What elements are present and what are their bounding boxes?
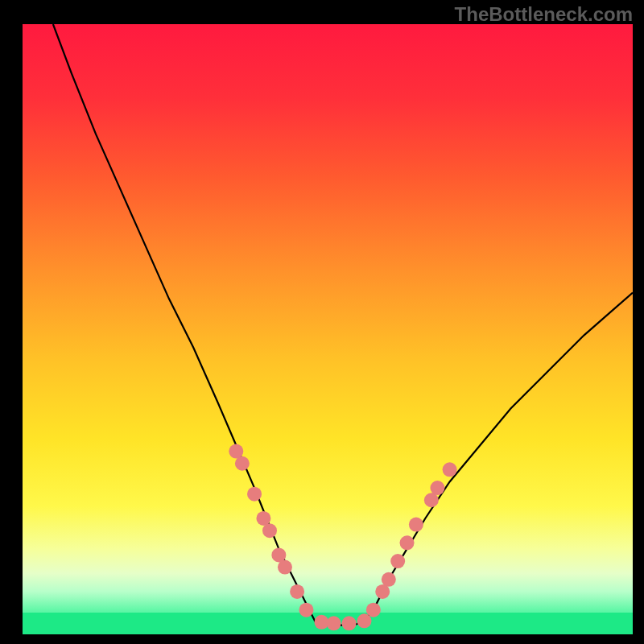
chart-stage: TheBottleneck.com (0, 0, 644, 644)
data-marker (247, 487, 262, 502)
data-marker (430, 481, 444, 495)
data-marker (290, 584, 304, 599)
marker-group (229, 444, 456, 631)
data-marker (390, 554, 405, 568)
data-marker (400, 535, 415, 550)
data-marker (382, 572, 396, 587)
plot-area (23, 24, 633, 634)
data-marker (278, 560, 292, 575)
data-marker (299, 603, 313, 617)
data-marker (327, 616, 341, 630)
data-marker (342, 616, 357, 630)
data-marker (366, 603, 381, 617)
data-marker (262, 523, 277, 538)
curve-layer (23, 24, 633, 634)
data-marker (235, 456, 250, 471)
bottleneck-curve (53, 24, 633, 625)
data-marker (409, 518, 423, 532)
watermark-text: TheBottleneck.com (455, 3, 633, 26)
data-marker (443, 462, 457, 477)
